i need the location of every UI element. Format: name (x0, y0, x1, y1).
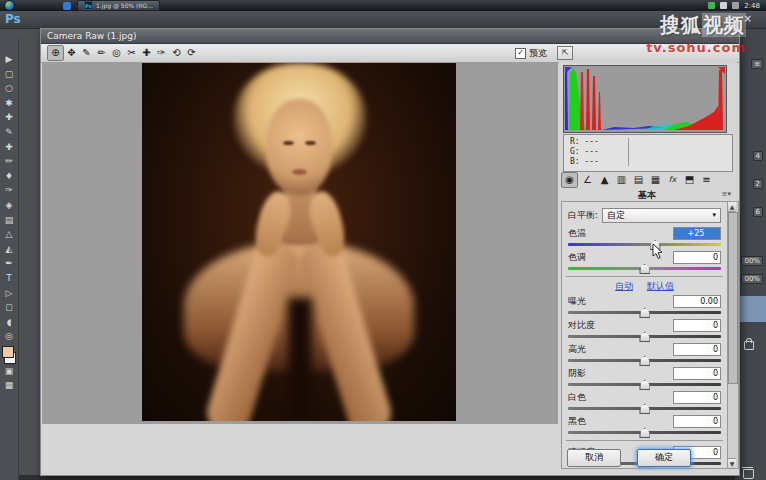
white-balance-tool-icon[interactable]: ✎ (79, 46, 94, 60)
type-tool-icon[interactable]: T (2, 271, 16, 286)
rotate-left-icon[interactable]: ⟲ (169, 46, 184, 60)
slider-whites: 白色 0 (562, 389, 727, 413)
crop-tool-icon[interactable]: ✚ (2, 110, 16, 125)
cancel-button[interactable]: 取消 (567, 449, 621, 467)
crop-tool-icon[interactable]: ✂ (124, 46, 139, 60)
tab-basic[interactable]: ◉ (561, 172, 578, 188)
trash-icon[interactable] (743, 469, 754, 479)
tab-detail[interactable]: ▲ (597, 173, 612, 187)
whites-handle[interactable] (639, 404, 650, 414)
dodge-tool-icon[interactable]: ◭ (2, 242, 16, 257)
photoshop-icon: Ps (84, 1, 93, 10)
blur-tool-icon[interactable]: △ (2, 227, 16, 242)
start-button[interactable] (4, 0, 15, 11)
highlights-handle[interactable] (639, 356, 650, 366)
lock-icon[interactable] (744, 341, 754, 350)
lasso-tool-icon[interactable]: ○ (2, 81, 16, 96)
dialog-button-bar: 取消 确定 (41, 449, 739, 469)
tint-handle[interactable] (639, 264, 650, 274)
ok-button[interactable]: 确定 (637, 449, 691, 467)
scrollbar-thumb[interactable] (728, 212, 738, 384)
highlight-clipping-indicator[interactable] (718, 67, 725, 74)
preview-label: 预览 (529, 47, 547, 60)
panel-collapse-button[interactable]: ≡ (751, 59, 763, 69)
slider-label: 色温 (568, 227, 586, 240)
zoom-tool-icon[interactable]: ⊕ (47, 45, 64, 61)
photoshop-logo: Ps (2, 12, 33, 28)
marquee-tool-icon[interactable]: ▢ (2, 67, 16, 82)
fullscreen-toggle-button[interactable]: ⇱ (557, 46, 573, 60)
color-swatches[interactable] (2, 346, 16, 364)
blacks-handle[interactable] (639, 428, 650, 438)
blacks-value-field[interactable]: 0 (673, 415, 721, 428)
tab-hsl[interactable]: ▥ (614, 173, 629, 187)
screen-mode-icon[interactable]: ▦ (2, 378, 16, 393)
preview-checkbox[interactable]: ✓ (515, 48, 526, 59)
mouse-cursor (652, 244, 663, 260)
taskbar-app-icon[interactable] (63, 2, 71, 10)
whites-value-field[interactable]: 0 (673, 391, 721, 404)
scroll-up-icon[interactable]: ▲ (728, 202, 736, 212)
clock: 2:48 (744, 2, 760, 10)
quick-mask-icon[interactable]: ▣ (2, 364, 16, 379)
tab-lens-corrections[interactable]: ▦ (648, 173, 663, 187)
auto-link[interactable]: 自动 (615, 280, 633, 293)
window-close-button[interactable]: × (744, 13, 752, 24)
white-balance-select[interactable]: 自定 ▾ (602, 208, 721, 223)
targeted-adjustment-tool-icon[interactable]: ◎ (109, 46, 124, 60)
adjustment-brush-tool-icon[interactable]: ✑ (154, 46, 169, 60)
path-selection-tool-icon[interactable]: ▷ (2, 286, 16, 301)
temperature-track[interactable] (568, 243, 721, 246)
hand-tool-icon[interactable]: ✥ (64, 46, 79, 60)
dialog-title[interactable]: Camera Raw (1.jpg) (41, 29, 739, 44)
panel-menu-icon[interactable]: ≡▾ (722, 190, 731, 198)
photoshop-tool-palette: ▶▢○✱✚✎✚✏♦✑◈▤△◭✒T▷◻◖◎ ▣ ▦ (0, 38, 19, 480)
color-sampler-tool-icon[interactable]: ✏ (94, 46, 109, 60)
defaults-link[interactable]: 默认值 (647, 280, 674, 293)
foreground-color-swatch[interactable] (2, 346, 14, 358)
contrast-handle[interactable] (639, 332, 650, 342)
contrast-value-field[interactable]: 0 (673, 319, 721, 332)
hand-tool-icon[interactable]: ◖ (2, 315, 16, 330)
quick-selection-tool-icon[interactable]: ✱ (2, 96, 16, 111)
photo-preview[interactable] (142, 63, 456, 421)
tab-split-toning[interactable]: ▤ (631, 173, 646, 187)
spot-removal-tool-icon[interactable]: ✚ (139, 46, 154, 60)
layers-fill-field[interactable]: 00% (741, 274, 763, 284)
eraser-tool-icon[interactable]: ◈ (2, 198, 16, 213)
rotate-right-icon[interactable]: ⟳ (184, 46, 199, 60)
shadow-clipping-indicator[interactable] (565, 67, 572, 74)
temperature-value-field[interactable]: +25 (673, 227, 721, 240)
clone-stamp-tool-icon[interactable]: ♦ (2, 169, 16, 184)
healing-brush-tool-icon[interactable]: ✚ (2, 140, 16, 155)
tab-tone-curve[interactable]: ∠ (580, 173, 595, 187)
color-value-r: 4 (753, 151, 763, 161)
panel-scrollbar[interactable]: ▲ ▼ (727, 201, 739, 469)
canvas-area[interactable]: − + 55.6% ▼ (42, 62, 558, 424)
tray-app-icon[interactable] (708, 2, 715, 9)
shape-tool-icon[interactable]: ◻ (2, 300, 16, 315)
tint-value-field[interactable]: 0 (673, 251, 721, 264)
network-icon[interactable] (732, 2, 739, 9)
zoom-tool-icon[interactable]: ◎ (2, 329, 16, 344)
move-tool-icon[interactable]: ▶ (2, 52, 16, 67)
exposure-value-field[interactable]: 0.00 (673, 295, 721, 308)
brush-tool-icon[interactable]: ✏ (2, 154, 16, 169)
shadows-handle[interactable] (639, 380, 650, 390)
tab-effects[interactable]: fx (665, 173, 680, 187)
volume-icon[interactable] (720, 2, 727, 9)
taskbar-photoshop-tab[interactable]: Ps 1.jpg @ 50% (RG... (77, 0, 160, 11)
pen-tool-icon[interactable]: ✒ (2, 256, 16, 271)
gradient-tool-icon[interactable]: ▤ (2, 213, 16, 228)
histogram[interactable] (563, 65, 727, 133)
eyedropper-tool-icon[interactable]: ✎ (2, 125, 16, 140)
tab-camera-calibration[interactable]: ⬒ (682, 173, 697, 187)
history-brush-tool-icon[interactable]: ✑ (2, 183, 16, 198)
slider-blacks: 黑色 0 (562, 413, 727, 437)
slider-label: 高光 (568, 343, 586, 356)
tab-presets[interactable]: ≡ (699, 173, 714, 187)
layers-opacity-field[interactable]: 00% (741, 256, 763, 266)
exposure-handle[interactable] (639, 308, 650, 318)
shadows-value-field[interactable]: 0 (673, 367, 721, 380)
highlights-value-field[interactable]: 0 (673, 343, 721, 356)
